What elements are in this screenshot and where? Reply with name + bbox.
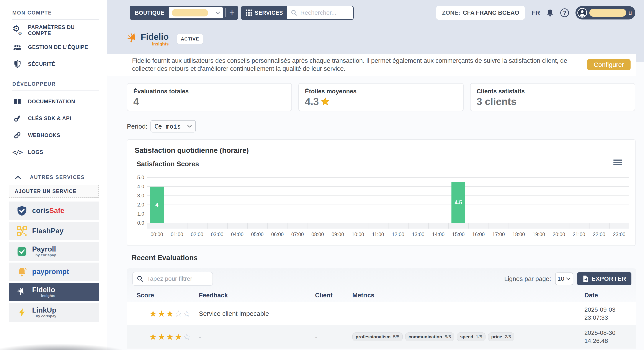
- chart-slot: [468, 177, 488, 223]
- shield-icon: [12, 60, 22, 68]
- feedback-cell: Service client impecable: [199, 310, 315, 317]
- chart-slot: [509, 177, 529, 223]
- boutique-select[interactable]: [169, 7, 223, 18]
- user-menu[interactable]: u: [576, 6, 635, 19]
- evaluations-table-card: Lignes par page: 10 EXPORTER Score Feedb…: [127, 268, 636, 350]
- x-axis-label: 12:00: [388, 232, 408, 237]
- sidebar-item-cl-s-sdk-api[interactable]: CLÉS SDK & API: [12, 110, 99, 127]
- table-row: ★★★☆☆ Service client impecable - 2025-09…: [127, 302, 636, 325]
- search-input[interactable]: [300, 9, 349, 16]
- corissafe-shield-icon: [16, 206, 28, 216]
- star-icon: ★: [166, 332, 174, 342]
- sidebar-item-s-curit[interactable]: SÉCURITÉ: [12, 56, 99, 72]
- score-stars: ★★★★☆: [136, 332, 199, 342]
- client-cell: -: [315, 333, 352, 341]
- star-icon: ★: [158, 309, 166, 319]
- x-axis-label: 00:00: [147, 232, 167, 237]
- sidebar-service-payroll[interactable]: Payrollby corispay: [9, 242, 99, 261]
- sidebar-services: corisSafe FlashPay Payrollby corispay pa…: [9, 201, 99, 322]
- sidebar-item-autres-services[interactable]: AUTRES SERVICES: [9, 175, 99, 180]
- chart-title: Satisfaction Scores: [136, 160, 635, 168]
- star-icon: ★: [158, 332, 166, 342]
- add-boutique-button[interactable]: +: [226, 6, 238, 19]
- y-axis-tick: 3.0: [137, 193, 144, 199]
- services-menu-button[interactable]: SERVICES: [242, 6, 287, 19]
- chart-slot: [328, 177, 348, 223]
- x-axis-label: 05:00: [248, 232, 268, 237]
- x-axis-label: 15:00: [448, 232, 468, 237]
- period-label: Period:: [127, 123, 148, 130]
- feedback-cell: -: [199, 333, 315, 341]
- x-axis-label: 16:00: [468, 232, 488, 237]
- x-axis-label: 14:00: [428, 232, 448, 237]
- x-axis-label: 07:00: [288, 232, 308, 237]
- x-axis-label: 20:00: [549, 232, 569, 237]
- chart-menu-icon[interactable]: [614, 159, 622, 166]
- service-description-banner: Fidelio fournit aux utilisateurs des con…: [107, 54, 636, 76]
- flashpay-qr-icon: [16, 226, 28, 236]
- sidebar-service-payprompt[interactable]: payprompt: [9, 263, 99, 281]
- y-axis: 5.04.03.02.01.00.0: [127, 177, 144, 223]
- services-grid-icon: [246, 9, 252, 16]
- user-name-suffix: u: [628, 9, 632, 16]
- key-icon: [12, 115, 22, 122]
- configure-button[interactable]: Configurer: [587, 59, 630, 70]
- sidebar-item-logs[interactable]: </> LOGS: [12, 144, 99, 161]
- period-row: Period: Ce mois: [127, 120, 196, 133]
- chart-slot: [368, 177, 388, 223]
- filter-input[interactable]: [146, 275, 226, 282]
- sidebar: MON COMPTE ⚙⚙ PARAMÈTRES DU COMPTE GESTI…: [0, 0, 107, 350]
- fidelio-cursor-icon: [16, 287, 28, 297]
- rows-per-page-select[interactable]: 10: [555, 273, 573, 285]
- add-service-button[interactable]: AJOUTER UN SERVICE: [9, 185, 99, 198]
- help-button[interactable]: ?: [560, 8, 569, 17]
- export-button[interactable]: EXPORTER: [577, 272, 632, 285]
- chart-slot: [589, 177, 609, 223]
- zone-label: ZONE:: [442, 9, 460, 16]
- x-axis-label: 11:00: [368, 232, 388, 237]
- rows-per-page-label: Lignes par page:: [504, 275, 551, 282]
- boutique-selector[interactable]: BOUTIQUE +: [130, 6, 238, 20]
- x-axis-band: [147, 223, 629, 229]
- period-select[interactable]: Ce mois: [150, 120, 196, 133]
- stat-value: 3 clients: [476, 97, 628, 107]
- chart-bar[interactable]: 4.5: [452, 182, 465, 223]
- boutique-chevron-icon: [216, 11, 220, 14]
- sidebar-shadow: [0, 344, 130, 350]
- chevron-up-icon: [13, 175, 23, 179]
- x-axis-label: 08:00: [308, 232, 328, 237]
- avatar-icon: [577, 8, 587, 18]
- period-chevron-icon: [187, 125, 192, 128]
- export-label: EXPORTER: [592, 275, 626, 282]
- chart-slot: [529, 177, 549, 223]
- sidebar-service-flashpay[interactable]: FlashPay: [9, 222, 99, 240]
- x-axis-label: 01:00: [167, 232, 187, 237]
- sidebar-item-param-tres-du-compte[interactable]: ⚙⚙ PARAMÈTRES DU COMPTE: [12, 22, 99, 39]
- sidebar-service-corissafe[interactable]: corisSafe: [9, 201, 99, 220]
- stat-card: Étoiles moyennes 4.3: [298, 83, 464, 111]
- x-axis-label: 21:00: [569, 232, 589, 237]
- language-toggle[interactable]: FR: [531, 9, 540, 16]
- file-export-icon: [582, 275, 589, 282]
- metric-pill: speed: 1/5: [457, 333, 486, 341]
- sidebar-item-webhooks[interactable]: WEBHOOKS: [12, 127, 99, 144]
- services-label: SERVICES: [255, 10, 283, 16]
- x-axis-label: 13:00: [408, 232, 428, 237]
- payroll-check-icon: [16, 247, 28, 256]
- chart-slot: [348, 177, 368, 223]
- stats-row: Évaluations totales 4 Étoiles moyennes 4…: [127, 83, 635, 111]
- other-services-title: AUTRES SERVICES: [30, 175, 85, 180]
- bar-value-label: 4.5: [455, 199, 462, 206]
- x-axis-label: 09:00: [328, 232, 348, 237]
- divider: [12, 19, 99, 20]
- bar-value-label: 4: [155, 202, 158, 208]
- star-icon: ☆: [183, 309, 191, 319]
- chart-section-title: Satisfaction quotidienne (horaire): [135, 146, 635, 155]
- chart-bar[interactable]: 4: [150, 186, 164, 223]
- sidebar-item-gestion-de-l-quipe[interactable]: GESTION DE L'ÉQUIPE: [12, 39, 99, 56]
- sidebar-service-linkup[interactable]: LinkUpby corispay: [9, 303, 99, 322]
- sidebar-service-fidelio[interactable]: Fidelioinsights: [9, 283, 99, 301]
- bell-icon[interactable]: [546, 9, 554, 17]
- sidebar-item-documentation[interactable]: DOCUMENTATION: [12, 93, 99, 110]
- linkup-bolt-icon: [16, 308, 28, 317]
